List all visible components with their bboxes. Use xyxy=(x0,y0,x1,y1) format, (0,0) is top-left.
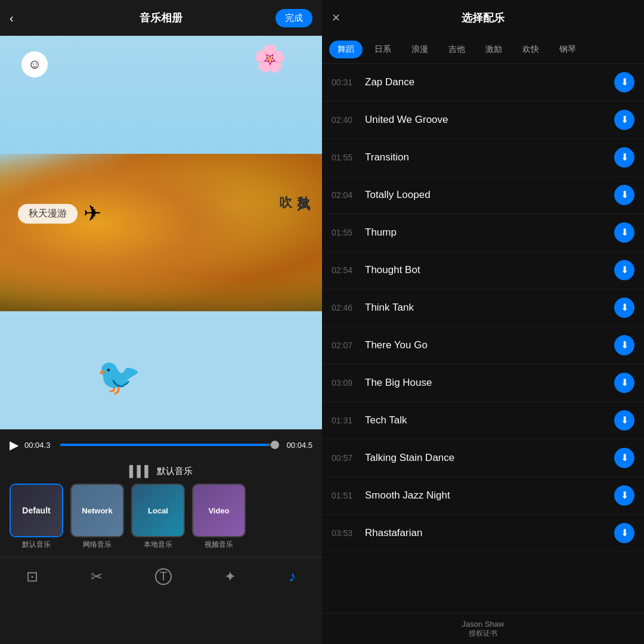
music-item[interactable]: 02:46Think Tank⬇ xyxy=(322,289,644,327)
track-duration: 03:09 xyxy=(332,378,360,388)
category-tab-inspire[interactable]: 激励 xyxy=(477,41,510,58)
music-item[interactable]: 00:57Talking Stain Dance⬇ xyxy=(322,439,644,477)
thumb-video[interactable]: Video 视频音乐 xyxy=(192,484,246,550)
track-duration: 01:55 xyxy=(332,153,360,162)
track-duration: 02:04 xyxy=(332,190,360,200)
thumb-video-text: 视频音乐 xyxy=(205,540,233,550)
music-item[interactable]: 00:31Zap Dance⬇ xyxy=(322,64,644,101)
thumb-default[interactable]: Default 默认音乐 xyxy=(10,484,63,550)
music-item[interactable]: 01:31Tech Talk⬇ xyxy=(322,402,644,439)
download-button[interactable]: ⬇ xyxy=(614,485,634,506)
track-title: Zap Dance xyxy=(360,76,614,88)
download-arrow-icon: ⬇ xyxy=(621,115,628,125)
track-duration: 01:51 xyxy=(332,491,360,500)
music-list: 00:31Zap Dance⬇02:40United We Groove⬇01:… xyxy=(322,64,644,613)
category-tab-dance[interactable]: 舞蹈 xyxy=(329,41,363,58)
page-title-right: 选择配乐 xyxy=(462,11,504,25)
thumb-network[interactable]: Network 网络音乐 xyxy=(70,484,124,550)
sun-icon: ☺ xyxy=(28,57,41,72)
banner-text: 秋天漫游 xyxy=(18,204,78,224)
music-item[interactable]: 01:55Transition⬇ xyxy=(322,139,644,177)
thumb-local-label: Local xyxy=(148,506,168,515)
category-tab-piano[interactable]: 钢琴 xyxy=(551,41,584,58)
music-label-text: 默认音乐 xyxy=(157,466,193,477)
download-arrow-icon: ⬇ xyxy=(621,378,628,388)
category-tab-romance[interactable]: 浪漫 xyxy=(403,41,436,58)
download-button[interactable]: ⬇ xyxy=(614,373,634,393)
foliage-overlay xyxy=(0,154,322,331)
music-item[interactable]: 01:51Smooth Jazz Night⬇ xyxy=(322,477,644,515)
track-title: Totally Looped xyxy=(360,189,614,201)
text-icon: T xyxy=(155,568,172,585)
category-tab-happy[interactable]: 欢快 xyxy=(514,41,547,58)
toolbar-sticker[interactable]: ✦ xyxy=(224,568,236,585)
track-duration: 01:55 xyxy=(332,228,360,237)
back-button[interactable]: ‹ xyxy=(10,11,14,25)
category-tabs: 舞蹈日系浪漫吉他激励欢快钢琴 xyxy=(322,36,644,64)
toolbar-cut[interactable]: ✂ xyxy=(91,568,103,585)
download-button[interactable]: ⬇ xyxy=(614,448,634,468)
toolbar-text[interactable]: T xyxy=(155,568,172,585)
download-button[interactable]: ⬇ xyxy=(614,147,634,168)
thumb-network-label: Network xyxy=(82,506,112,515)
done-button[interactable]: 完成 xyxy=(275,9,312,27)
sky-bottom xyxy=(0,311,322,429)
right-header: ✕ 选择配乐 xyxy=(322,0,644,36)
category-tab-japanese[interactable]: 日系 xyxy=(366,41,400,58)
toolbar-music[interactable]: ♪ xyxy=(289,568,296,585)
category-tab-guitar[interactable]: 吉他 xyxy=(440,41,473,58)
download-arrow-icon: ⬇ xyxy=(621,416,628,425)
right-footer: Jason Shaw 授权证书 xyxy=(322,613,644,644)
download-arrow-icon: ⬇ xyxy=(621,190,628,200)
music-icon: ♪ xyxy=(289,568,296,585)
bars-icon: ▌▌▌ xyxy=(129,465,152,478)
progress-fill xyxy=(60,444,268,446)
download-button[interactable]: ⬇ xyxy=(614,222,634,243)
track-title: Tech Talk xyxy=(360,414,614,426)
track-title: Thump xyxy=(360,227,614,239)
download-arrow-icon: ⬇ xyxy=(621,153,628,162)
track-duration: 00:31 xyxy=(332,78,360,87)
thumb-local-text: 本地音乐 xyxy=(144,540,172,550)
music-item[interactable]: 01:55Thump⬇ xyxy=(322,214,644,252)
download-button[interactable]: ⬇ xyxy=(614,335,634,355)
download-button[interactable]: ⬇ xyxy=(614,298,634,318)
footer-line1: Jason Shaw xyxy=(462,620,504,628)
track-duration: 02:40 xyxy=(332,115,360,125)
flower-decoration: 🌸 xyxy=(253,43,286,74)
thumb-video-label: Video xyxy=(208,506,229,515)
track-duration: 02:54 xyxy=(332,265,360,275)
music-item[interactable]: 02:54Thought Bot⬇ xyxy=(322,252,644,289)
music-item[interactable]: 02:40United We Groove⬇ xyxy=(322,101,644,139)
play-button[interactable]: ▶ xyxy=(10,438,18,452)
vertical-text: 秋风吹 xyxy=(277,185,312,190)
download-button[interactable]: ⬇ xyxy=(614,410,634,431)
download-arrow-icon: ⬇ xyxy=(621,491,628,500)
track-title: United We Groove xyxy=(360,114,614,126)
download-button[interactable]: ⬇ xyxy=(614,185,634,205)
download-arrow-icon: ⬇ xyxy=(621,340,628,350)
thumb-local[interactable]: Local 本地音乐 xyxy=(131,484,185,550)
thumb-default-label: Default xyxy=(22,506,50,515)
track-title: Thought Bot xyxy=(360,264,614,276)
left-panel: ‹ 音乐相册 完成 ☺ 🌸 秋天漫游 ✈ 秋风吹 🐦 ▶ 00:04.3 xyxy=(0,0,322,644)
music-item[interactable]: 02:07There You Go⬇ xyxy=(322,327,644,364)
music-item[interactable]: 02:04Totally Looped⬇ xyxy=(322,177,644,214)
toolbar-photo[interactable]: ⊡ xyxy=(26,568,38,585)
download-arrow-icon: ⬇ xyxy=(621,265,628,275)
music-item[interactable]: 03:09The Big House⬇ xyxy=(322,364,644,402)
sticker-icon: ✦ xyxy=(224,568,236,585)
download-button[interactable]: ⬇ xyxy=(614,110,634,130)
sun-decoration: ☺ xyxy=(17,47,52,82)
music-item[interactable]: 03:53Rhastafarian⬇ xyxy=(322,515,644,552)
download-button[interactable]: ⬇ xyxy=(614,523,634,543)
music-thumbnails: Default 默认音乐 Network 网络音乐 Local xyxy=(0,484,322,555)
track-title: Think Tank xyxy=(360,302,614,314)
track-duration: 03:53 xyxy=(332,528,360,538)
close-button[interactable]: ✕ xyxy=(332,11,340,24)
download-button[interactable]: ⬇ xyxy=(614,260,634,280)
progress-bar[interactable] xyxy=(60,444,279,446)
track-title: There You Go xyxy=(360,339,614,351)
time-current: 00:04.3 xyxy=(24,441,54,450)
download-button[interactable]: ⬇ xyxy=(614,72,634,92)
